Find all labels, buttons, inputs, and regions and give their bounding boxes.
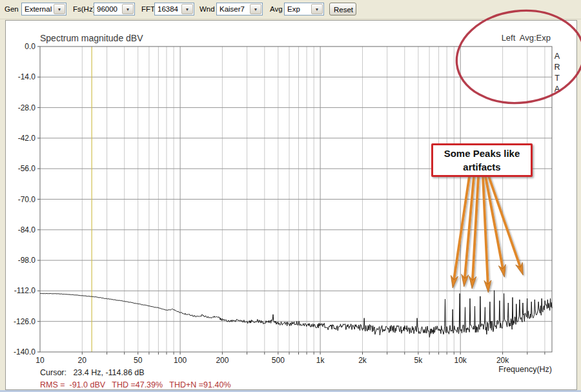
svg-text:10k: 10k [454, 356, 467, 365]
svg-text:-28.0: -28.0 [18, 103, 36, 112]
svg-text:1k: 1k [316, 356, 325, 365]
svg-text:10: 10 [36, 356, 45, 365]
spectrum-chart[interactable]: 0.0-14.0-28.0-42.0-56.0-70.0-84.0-98.0-1… [0, 0, 581, 392]
svg-text:0.0: 0.0 [25, 42, 36, 51]
svg-text:2k: 2k [358, 356, 367, 365]
svg-text:50: 50 [134, 356, 143, 365]
svg-text:-126.0: -126.0 [14, 317, 36, 326]
annotation-callout: Some Peaks like artifacts [431, 143, 533, 177]
svg-text:200: 200 [216, 356, 229, 365]
svg-text:-70.0: -70.0 [18, 195, 36, 204]
highlight-ellipse [451, 3, 581, 110]
svg-text:-112.0: -112.0 [14, 286, 36, 295]
svg-text:-140.0: -140.0 [14, 347, 36, 356]
svg-text:-98.0: -98.0 [18, 256, 36, 265]
svg-text:-84.0: -84.0 [18, 225, 36, 234]
svg-text:500: 500 [272, 356, 285, 365]
svg-text:-14.0: -14.0 [18, 72, 36, 81]
svg-text:-42.0: -42.0 [18, 134, 36, 143]
svg-text:-56.0: -56.0 [18, 164, 36, 173]
svg-text:100: 100 [174, 356, 187, 365]
svg-text:5k: 5k [414, 356, 423, 365]
svg-text:20: 20 [78, 356, 87, 365]
svg-text:20k: 20k [496, 356, 509, 365]
